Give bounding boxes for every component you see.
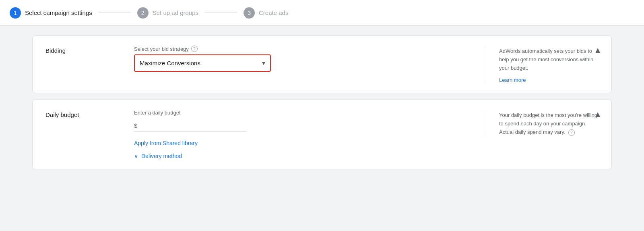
- budget-label: Daily budget: [45, 110, 134, 118]
- step-1-number: 1: [14, 10, 17, 16]
- currency-symbol: $: [134, 122, 137, 129]
- step-3-label: Create ads: [259, 9, 288, 16]
- bid-strategy-value: Maximize Conversions: [140, 60, 200, 67]
- budget-info-text-content: Your daily budget is the most you're wil…: [499, 112, 597, 135]
- bid-strategy-label-text: Select your bid strategy: [134, 46, 189, 52]
- apply-shared-library-link[interactable]: Apply from Shared library: [134, 140, 476, 146]
- delivery-method-chevron-icon: ∨: [134, 153, 138, 159]
- budget-input-field[interactable]: [140, 122, 221, 129]
- step-2-number: 2: [141, 10, 144, 16]
- step-1: 1 Select campaign settings: [10, 7, 92, 19]
- budget-input-label: Enter a daily budget: [134, 110, 476, 116]
- bidding-label: Bidding: [45, 46, 134, 54]
- bid-strategy-dropdown[interactable]: Maximize Conversions ▾: [134, 54, 271, 72]
- budget-body: Enter a daily budget $ Apply from Shared…: [134, 110, 476, 159]
- delivery-method-link[interactable]: Delivery method: [141, 153, 182, 159]
- step-3-circle: 3: [244, 7, 255, 19]
- learn-more-link[interactable]: Learn more: [499, 77, 526, 83]
- step-divider-1: [99, 12, 131, 13]
- bidding-info-text: AdWords automatically sets your bids to …: [499, 47, 599, 72]
- step-2-label: Set up ad groups: [153, 9, 198, 16]
- budget-collapse-icon[interactable]: ▲: [594, 110, 602, 119]
- step-2: 2 Set up ad groups: [137, 7, 198, 19]
- daily-budget-card: ▲ Daily budget Enter a daily budget $ Ap…: [32, 100, 612, 169]
- bid-strategy-help-icon[interactable]: ?: [191, 46, 198, 52]
- steps-nav: 1 Select campaign settings 2 Set up ad g…: [10, 7, 288, 19]
- bidding-card-inner: Bidding Select your bid strategy ? Maxim…: [45, 46, 599, 83]
- bid-strategy-label-row: Select your bid strategy ?: [134, 46, 476, 52]
- step-1-label: Select campaign settings: [25, 9, 92, 16]
- bidding-card: ▲ Bidding Select your bid strategy ? Max…: [32, 35, 612, 93]
- budget-info-text: Your daily budget is the most you're wil…: [499, 111, 599, 136]
- step-1-circle: 1: [10, 7, 21, 19]
- bidding-collapse-icon[interactable]: ▲: [594, 46, 602, 55]
- delivery-method-row: ∨ Delivery method: [134, 153, 476, 159]
- step-3-number: 3: [248, 10, 251, 16]
- step-2-circle: 2: [137, 7, 149, 19]
- budget-info-help-icon[interactable]: ?: [568, 129, 575, 136]
- main-content: ▲ Bidding Select your bid strategy ? Max…: [0, 26, 644, 179]
- budget-input-row: $: [134, 122, 247, 132]
- step-divider-2: [205, 12, 237, 13]
- bidding-body: Select your bid strategy ? Maximize Conv…: [134, 46, 476, 72]
- bid-strategy-arrow-icon: ▾: [262, 59, 265, 67]
- bidding-info-panel: AdWords automatically sets your bids to …: [486, 46, 599, 83]
- budget-info-panel: Your daily budget is the most you're wil…: [486, 110, 599, 136]
- top-navigation: 1 Select campaign settings 2 Set up ad g…: [0, 0, 644, 26]
- step-3: 3 Create ads: [244, 7, 288, 19]
- budget-card-inner: Daily budget Enter a daily budget $ Appl…: [45, 110, 599, 159]
- bid-strategy-wrapper: Select your bid strategy ? Maximize Conv…: [134, 46, 476, 72]
